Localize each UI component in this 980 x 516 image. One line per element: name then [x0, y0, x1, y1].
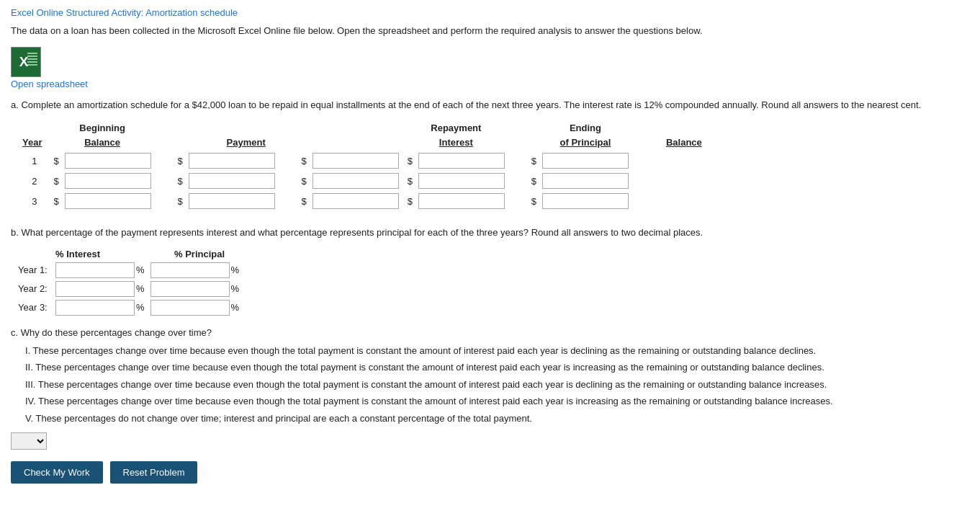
choice-iii-roman: III.: [25, 379, 38, 390]
year-2-end-dollar: $: [509, 171, 538, 191]
pct-year1-principal[interactable]: [150, 262, 230, 278]
year-1-principal-cell: [414, 151, 509, 171]
th-empty-3: [184, 120, 279, 135]
th-payment: Payment: [184, 135, 308, 151]
th-balance-begin: Balance: [49, 135, 155, 151]
question-a-text: a. Complete an amortization schedule for…: [11, 98, 969, 112]
th-balance-end: Balance: [662, 135, 706, 151]
year-2-interest[interactable]: [313, 173, 399, 189]
th-empty-8: [308, 135, 403, 151]
th-empty-4: [279, 120, 308, 135]
year-3-payment-cell: [184, 191, 279, 211]
pct-year2-interest-symbol: %: [136, 283, 145, 294]
year-3-interest[interactable]: [313, 193, 399, 209]
year-3-end-dollar: $: [509, 191, 538, 211]
year-2-payment[interactable]: [189, 173, 275, 189]
pct-year2-label: Year 2:: [18, 283, 55, 294]
amortization-table: Beginning Repayment Ending Year Balance …: [18, 120, 706, 211]
year-2-principal[interactable]: [418, 173, 505, 189]
excel-icon-container: X: [11, 47, 969, 77]
reset-problem-button[interactable]: Reset Problem: [110, 461, 198, 484]
year-1-end-balance[interactable]: [542, 153, 629, 169]
year-2-end-balance[interactable]: [542, 173, 629, 189]
choice-iii-text: These percentages change over time becau…: [38, 379, 827, 390]
year-2-label: 2: [18, 171, 49, 191]
year-3-begin-dollar: $: [49, 191, 60, 211]
table-row: 2 $ $ $ $ $: [18, 171, 706, 191]
year-2-begin-balance[interactable]: [65, 173, 151, 189]
pct-year3-principal-symbol: %: [231, 302, 240, 313]
choice-v-roman: V.: [25, 413, 35, 424]
question-b-text: b. What percentage of the payment repres…: [11, 226, 969, 240]
choice-v-text: These percentages do not change over tim…: [35, 413, 531, 424]
year-1-end-balance-cell: [538, 151, 633, 171]
answer-dropdown[interactable]: I II III IV V: [11, 432, 47, 450]
pct-year3-interest-symbol: %: [136, 302, 145, 313]
year-3-begin-balance-cell: [60, 191, 156, 211]
year-3-label: 3: [18, 191, 49, 211]
year-2-end-balance-cell: [538, 171, 633, 191]
choice-iv-roman: IV.: [25, 396, 38, 406]
choice-ii-text: These percentages change over time becau…: [35, 362, 824, 373]
choice-i-text: These percentages change over time becau…: [33, 345, 817, 356]
pct-row-year3: Year 3: % %: [18, 300, 969, 316]
pct-headers-row: % Interest % Principal: [55, 249, 969, 259]
open-spreadsheet-link[interactable]: Open spreadsheet: [11, 79, 969, 89]
pct-year1-interest[interactable]: [55, 262, 135, 278]
intro-text: The data on a loan has been collected in…: [11, 24, 969, 38]
pct-year2-interest[interactable]: [55, 281, 135, 297]
year-1-label: 1: [18, 151, 49, 171]
pct-year1-principal-symbol: %: [231, 264, 240, 275]
button-container: Check My Work Reset Problem: [11, 461, 969, 484]
year-2-interest-cell: [308, 171, 403, 191]
choice-iv-text: These percentages change over time becau…: [38, 396, 833, 406]
year-1-principal-dollar: $: [403, 151, 414, 171]
year-3-principal[interactable]: [418, 193, 505, 209]
choice-ii-roman: II.: [25, 362, 35, 373]
choice-ii: II. These percentages change over time b…: [25, 360, 969, 375]
year-1-payment[interactable]: [189, 153, 275, 169]
choice-v: V. These percentages do not change over …: [25, 412, 969, 426]
th-empty-2: [156, 120, 184, 135]
th-interest: Interest: [403, 135, 509, 151]
choice-i: I. These percentages change over time be…: [25, 344, 969, 358]
year-2-principal-cell: [414, 171, 509, 191]
check-my-work-button[interactable]: Check My Work: [11, 461, 103, 484]
pct-year2-principal[interactable]: [150, 281, 230, 297]
pct-year1-label: Year 1:: [18, 264, 55, 275]
year-1-principal[interactable]: [418, 153, 505, 169]
th-beginning: Beginning: [49, 120, 155, 135]
pct-row-year1: Year 1: % %: [18, 262, 969, 278]
year-3-end-balance[interactable]: [542, 193, 629, 209]
year-3-begin-balance[interactable]: [65, 193, 151, 209]
choice-iii: III. These percentages change over time …: [25, 378, 969, 392]
year-2-payment-dollar: $: [156, 171, 184, 191]
year-2-payment-cell: [184, 171, 279, 191]
pct-year1-interest-symbol: %: [136, 264, 145, 275]
year-3-interest-cell: [308, 191, 403, 211]
dropdown-container: I II III IV V: [11, 432, 969, 450]
year-3-principal-cell: [414, 191, 509, 211]
year-3-payment[interactable]: [189, 193, 275, 209]
pct-year3-label: Year 3:: [18, 302, 55, 313]
year-1-begin-balance[interactable]: [65, 153, 151, 169]
year-3-payment-dollar: $: [156, 191, 184, 211]
year-1-payment-dollar: $: [156, 151, 184, 171]
pct-year3-principal[interactable]: [150, 300, 230, 316]
pct-year3-interest[interactable]: [55, 300, 135, 316]
th-empty-5: [308, 120, 403, 135]
th-ending: Ending: [538, 120, 633, 135]
year-1-interest[interactable]: [313, 153, 399, 169]
year-1-end-dollar: $: [509, 151, 538, 171]
amortization-table-container: Beginning Repayment Ending Year Balance …: [18, 120, 969, 211]
th-of-principal: of Principal: [538, 135, 633, 151]
year-1-begin-balance-cell: [60, 151, 156, 171]
excel-icon[interactable]: X: [11, 47, 41, 77]
th-empty-10: [633, 135, 662, 151]
table-row: 3 $ $ $ $ $: [18, 191, 706, 211]
section-b-container: % Interest % Principal Year 1: % % Year …: [18, 249, 969, 316]
th-empty-1: [18, 120, 49, 135]
pct-row-year2: Year 2: % %: [18, 281, 969, 297]
year-1-interest-dollar: $: [279, 151, 308, 171]
year-2-begin-balance-cell: [60, 171, 156, 191]
